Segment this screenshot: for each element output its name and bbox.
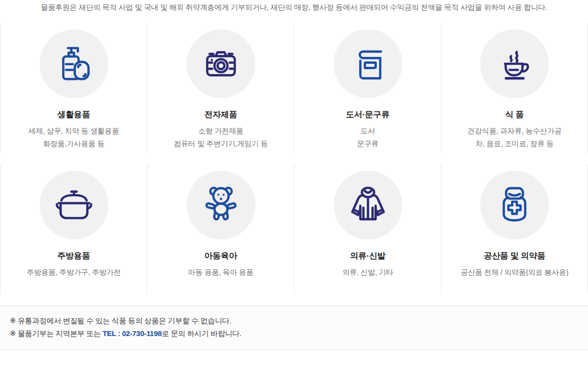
category-icon-circle	[480, 171, 549, 239]
desc-line: 컴퓨터 및 주변기기,게임기 등	[147, 137, 294, 150]
category-desc: 소형 가전제품 컴퓨터 및 주변기기,게임기 등	[147, 125, 294, 150]
desc-line: 주방용품, 주방가구, 주방가전	[0, 266, 147, 279]
category-icon-circle	[334, 29, 402, 98]
desc-line: 도서	[294, 125, 441, 137]
desc-line: 건강식품, 과자류, 농수산가공	[441, 125, 588, 137]
category-card-electronics: 전자제품 소형 가전제품 컴퓨터 및 주변기기,게임기 등	[147, 23, 294, 153]
category-desc: 의류, 신발, 기타	[294, 266, 441, 279]
category-card-industrial-medicine: 공산품 및 의약품 공산품 전체 / 의약품(의료 봉사용)	[441, 164, 588, 294]
category-title: 생활용품	[0, 109, 147, 120]
soap-bottle-icon	[55, 45, 93, 83]
medicine-bottle-icon	[495, 186, 534, 224]
category-desc: 세제, 샴푸, 치약 등 생활용품 화장품,가사용품 등	[0, 125, 147, 150]
category-card-food: 식 품 건강식품, 과자류, 농수산가공 차, 음료, 조미료, 장류 등	[441, 23, 588, 153]
desc-line: 화장품,가사용품 등	[0, 137, 147, 150]
category-title: 주방용품	[0, 250, 147, 261]
category-icon-circle	[334, 171, 402, 239]
note-line-2-before: ※ 물품기부는 지역본부 또는	[10, 329, 102, 338]
desc-line: 차, 음료, 조미료, 장류 등	[441, 137, 588, 150]
desc-line: 아동 용품, 육아 용품	[147, 266, 294, 279]
book-icon	[349, 45, 387, 83]
category-card-children: 아동육아 아동 용품, 육아 용품	[147, 164, 294, 294]
donation-category-grid: 생활용품 세제, 샴푸, 치약 등 생활용품 화장품,가사용품 등 전자제품 소…	[0, 23, 588, 294]
category-title: 도서·문구류	[294, 109, 441, 120]
coffee-cup-icon	[495, 45, 534, 83]
category-icon-circle	[480, 29, 549, 98]
category-card-daily-goods: 생활용품 세제, 샴푸, 치약 등 생활용품 화장품,가사용품 등	[0, 23, 147, 153]
jacket-icon	[349, 186, 387, 224]
category-card-kitchen: 주방용품 주방용품, 주방가구, 주방가전	[0, 164, 147, 294]
cooking-pot-icon	[55, 186, 93, 224]
category-desc: 아동 용품, 육아 용품	[147, 266, 294, 279]
category-title: 의류·신발	[294, 250, 441, 261]
desc-line: 소형 가전제품	[147, 125, 294, 137]
category-desc: 공산품 전체 / 의약품(의료 봉사용)	[441, 266, 588, 279]
note-line-1: ※ 유통과정에서 변질될 수 있는 식품 등의 상품은 기부할 수 없습니다.	[10, 314, 578, 327]
category-title: 공산품 및 의약품	[441, 250, 588, 261]
donation-notes: ※ 유통과정에서 변질될 수 있는 식품 등의 상품은 기부할 수 없습니다. …	[0, 306, 588, 350]
category-card-clothing-shoes: 의류·신발 의류, 신발, 기타	[294, 164, 441, 294]
category-icon-circle	[187, 171, 255, 239]
desc-line: 문구류	[294, 137, 441, 150]
category-desc: 도서 문구류	[294, 125, 441, 150]
note-line-2-after: 로 문의 하시기 바랍니다.	[162, 329, 241, 338]
note-tel-number: TEL : 02-730-1198	[102, 329, 162, 338]
category-title: 전자제품	[147, 109, 294, 120]
desc-line: 세제, 샴푸, 치약 등 생활용품	[0, 125, 147, 137]
teddy-bear-icon	[202, 186, 240, 224]
category-desc: 건강식품, 과자류, 농수산가공 차, 음료, 조미료, 장류 등	[441, 125, 588, 150]
desc-line: 공산품 전체 / 의약품(의료 봉사용)	[441, 266, 588, 279]
desc-line: 의류, 신발, 기타	[294, 266, 441, 279]
category-icon-circle	[40, 29, 108, 98]
category-icon-circle	[187, 29, 255, 98]
category-title: 아동육아	[147, 250, 294, 261]
donation-intro-text: 물품후원은 재단의 목적 사업 및 국내 및 해외 취약계층에게 기부되거나, …	[0, 0, 588, 12]
category-card-books-stationery: 도서·문구류 도서 문구류	[294, 23, 441, 153]
category-title: 식 품	[441, 109, 588, 120]
camera-icon	[202, 45, 240, 83]
category-icon-circle	[40, 171, 108, 239]
category-desc: 주방용품, 주방가구, 주방가전	[0, 266, 147, 279]
note-line-2: ※ 물품기부는 지역본부 또는 TEL : 02-730-1198로 문의 하시…	[10, 327, 578, 340]
